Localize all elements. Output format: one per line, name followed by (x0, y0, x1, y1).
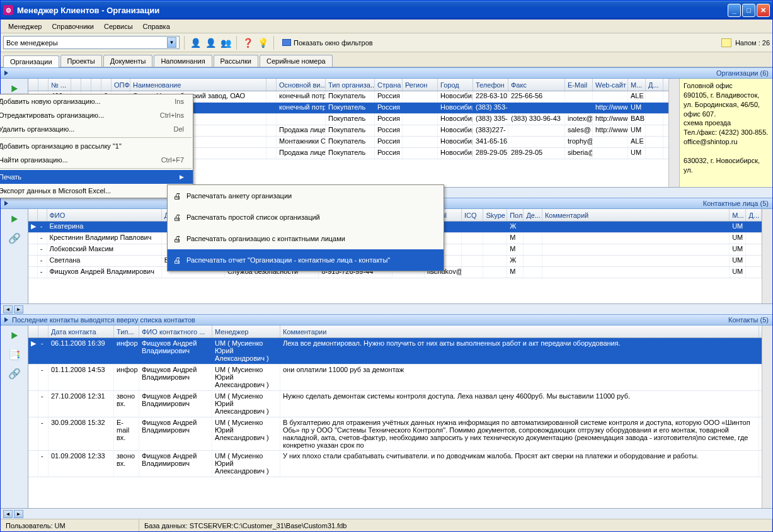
column-header[interactable]: Регион (403, 79, 438, 91)
submenu-item[interactable]: 🖨Распечатать простой список организаций (168, 207, 444, 228)
column-header[interactable] (28, 325, 38, 337)
vertical-scrollbar[interactable] (762, 325, 772, 508)
column-header[interactable] (38, 325, 49, 337)
manager-combo[interactable]: Все менеджеры ▼ (3, 36, 180, 49)
tab-reminders[interactable]: Напоминания (154, 55, 212, 67)
column-header[interactable]: М... (730, 209, 746, 221)
scroll-left-icon[interactable]: ◄ (3, 305, 13, 314)
submenu-item[interactable]: 🖨Распечатать организацию с контактными л… (168, 228, 444, 249)
contacts-hscroll[interactable]: ◄ ► (1, 303, 772, 314)
column-header[interactable]: Менеджер (212, 325, 280, 337)
column-header[interactable]: Пол (507, 209, 524, 221)
column-header[interactable] (266, 79, 277, 91)
recent-hscroll[interactable]: ◄ ► (1, 508, 772, 519)
column-header[interactable]: Комментарии (280, 325, 759, 337)
column-header[interactable]: Страна (375, 79, 403, 91)
menu-item[interactable]: ✖Удалить организацию...Del (0, 122, 193, 136)
link-icon[interactable]: 🔗 (6, 366, 23, 381)
print-submenu: 🖨Распечатать анкету организации🖨Распечат… (167, 184, 444, 271)
menu-item[interactable]: ➕Добавить новую организацию...Ins (0, 94, 193, 108)
close-button[interactable]: ✕ (757, 4, 770, 17)
tab-serials[interactable]: Серийные номера (260, 55, 333, 67)
column-header[interactable]: ОПФ (112, 79, 130, 91)
minimize-button[interactable]: _ (728, 4, 741, 17)
filter-icon (282, 39, 291, 46)
submenu-item[interactable]: 🖨Распечатать анкету организации (168, 185, 444, 207)
column-header[interactable]: Дата контакта (49, 325, 114, 337)
menu-reference[interactable]: Справочники (47, 21, 99, 31)
column-header[interactable]: Факс (508, 79, 565, 91)
user-orange-icon[interactable]: 👤 (204, 37, 217, 49)
chevron-down-icon[interactable]: ▼ (167, 37, 176, 48)
column-header[interactable]: Web-сайт (593, 79, 628, 91)
menu-item[interactable]: ✔Отредактировать организацию...Ctrl+Ins (0, 108, 193, 122)
table-row[interactable]: -27.10.2008 12:31звоно вх.Фищуков Андрей… (28, 391, 762, 417)
column-header[interactable]: Город (438, 79, 473, 91)
column-header[interactable]: Тип организа... (326, 79, 375, 91)
vertical-scrollbar[interactable] (668, 79, 679, 187)
table-row[interactable]: ▶-06.11.2008 16:39инфорФищуков Андрей Вл… (28, 338, 762, 365)
play-button[interactable] (6, 212, 23, 227)
column-header[interactable] (38, 79, 49, 91)
column-header[interactable] (91, 79, 101, 91)
tab-documents[interactable]: Документы (103, 55, 153, 67)
column-header[interactable]: ФИО контактного ... (139, 325, 212, 337)
bulb-icon[interactable]: 💡 (256, 37, 269, 49)
column-header[interactable] (28, 209, 38, 221)
table-row[interactable]: -01.09.2008 12:33звоно вх.Фищуков Андрей… (28, 451, 762, 477)
submenu-item[interactable]: 🖨Распечатать отчет "Организации - контак… (168, 249, 444, 271)
menu-item[interactable]: 🔍Найти организацию...Ctrl+F7 (0, 153, 193, 167)
tab-mailings[interactable]: Рассылки (214, 55, 258, 67)
org-info-panel: Головной офис690105, г. Владивосток, ул.… (679, 79, 772, 187)
tab-organizations[interactable]: Организации (3, 55, 59, 67)
column-header[interactable]: Д... (646, 79, 663, 91)
column-header[interactable] (101, 79, 112, 91)
column-header[interactable] (81, 79, 91, 91)
user-blue-icon[interactable]: 👥 (219, 37, 232, 49)
expand-icon[interactable] (4, 317, 8, 322)
window-title: Менеджер Клиентов - Организации (17, 6, 728, 15)
column-header[interactable]: Тип... (114, 325, 139, 337)
column-header[interactable]: ICQ (462, 209, 483, 221)
note-icon[interactable] (721, 38, 731, 47)
table-row[interactable]: -01.11.2008 14:53инфорФищуков Андрей Вла… (28, 365, 762, 391)
column-header[interactable]: Skype (483, 209, 507, 221)
table-row[interactable]: -30.09.2008 15:32E-mail вх.Фищуков Андре… (28, 417, 762, 451)
vertical-scrollbar[interactable] (762, 209, 772, 303)
menu-manager[interactable]: Менеджер (3, 21, 47, 31)
menu-item[interactable]: 📊Экспорт данных в Microsoft Excel... (0, 184, 193, 198)
column-header[interactable]: Комментарий (542, 209, 730, 221)
toolbar: Все менеджеры ▼ 👤 👤 👥 ❓ 💡 Показать окно … (1, 33, 772, 52)
scroll-left-icon[interactable]: ◄ (3, 510, 13, 518)
column-header[interactable]: Телефон (473, 79, 508, 91)
menu-item[interactable]: ✉Добавить организацию в рассылку "1" (0, 139, 193, 153)
menu-help[interactable]: Справка (138, 21, 175, 31)
column-header[interactable] (71, 79, 81, 91)
orgs-section-header: Организации (6) (1, 67, 772, 79)
column-header[interactable]: E-Mail (565, 79, 593, 91)
column-header[interactable]: № ... (49, 79, 71, 91)
menu-item[interactable]: 🖨Печать▶ (0, 170, 193, 184)
column-header[interactable]: Д... (746, 209, 762, 221)
column-header[interactable]: Наименование (130, 79, 266, 91)
play-button[interactable] (6, 328, 23, 343)
column-header[interactable]: Основной ви... (277, 79, 326, 91)
expand-icon[interactable] (4, 71, 8, 76)
user-green-icon[interactable]: 👤 (189, 37, 202, 49)
column-header[interactable]: ФИО (47, 209, 162, 221)
copy-icon[interactable]: 📑 (6, 347, 23, 362)
help-icon[interactable]: ❓ (241, 37, 254, 49)
column-header[interactable] (28, 79, 38, 91)
expand-icon[interactable] (4, 201, 8, 206)
scroll-right-icon[interactable]: ► (14, 305, 23, 314)
column-header[interactable]: М... (628, 79, 646, 91)
column-header[interactable]: Де... (524, 209, 542, 221)
link-icon[interactable]: 🔗 (6, 230, 23, 246)
combo-value: Все менеджеры (6, 39, 58, 47)
filter-button[interactable]: Показать окно фильтров (278, 38, 377, 48)
menu-services[interactable]: Сервисы (99, 21, 138, 31)
tab-projects[interactable]: Проекты (60, 55, 102, 67)
column-header[interactable] (38, 209, 47, 221)
scroll-right-icon[interactable]: ► (14, 510, 23, 518)
maximize-button[interactable]: □ (742, 4, 755, 17)
